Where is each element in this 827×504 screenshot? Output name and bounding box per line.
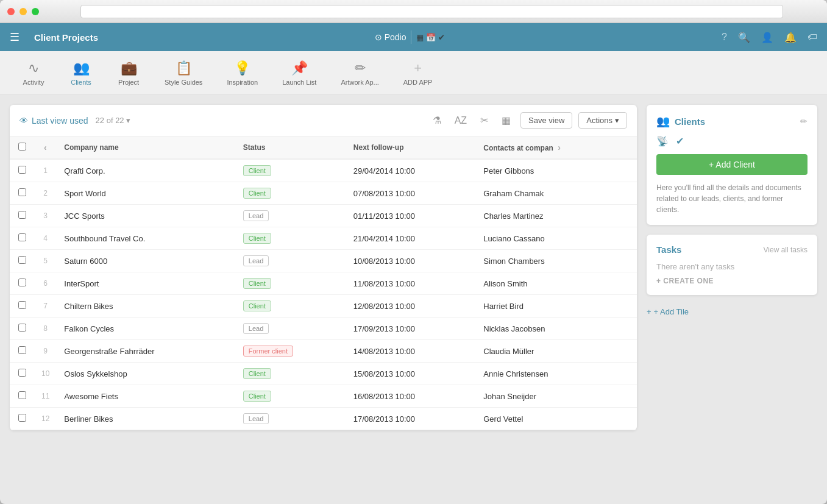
tab-clients-label: Clients [71, 79, 91, 86]
hamburger-menu[interactable]: ☰ [10, 30, 20, 44]
tab-launchlist[interactable]: 📌 Launch List [272, 55, 326, 91]
table-row[interactable]: 8 Falkon Cycles Lead 17/09/2013 10:00 Ni… [10, 318, 637, 340]
widget-check-icon[interactable]: ✔ [676, 135, 684, 147]
status-cell: Lead [236, 408, 346, 430]
view-all-tasks-link[interactable]: View all tasks [764, 246, 807, 254]
podio-logo-text: Podio [385, 32, 406, 42]
row-number: 11 [34, 385, 57, 408]
contact-name: Charles Martinez [476, 205, 637, 227]
row-checkbox[interactable] [10, 250, 34, 272]
main-content: 👁 Last view used 22 of 22 ▾ ⚗ AZ ✂ ▦ Sav… [0, 95, 827, 440]
row-checkbox[interactable] [10, 182, 34, 205]
nav-help-icon[interactable]: ? [722, 32, 727, 43]
sort-icon[interactable]: AZ [451, 113, 470, 129]
minimize-button[interactable] [20, 8, 27, 15]
table-row[interactable]: 1 Qrafti Corp. Client 29/04/2014 10:00 P… [10, 159, 637, 182]
widget-rss-icon[interactable]: 📡 [656, 135, 669, 147]
row-number: 1 [34, 159, 57, 182]
row-checkbox[interactable] [10, 408, 34, 430]
status-cell: Lead [236, 250, 346, 272]
followup-date: 17/09/2013 10:00 [346, 318, 476, 340]
close-button[interactable] [7, 8, 15, 15]
status-badge: Lead [243, 323, 269, 334]
row-checkbox[interactable] [10, 159, 34, 182]
row-checkbox[interactable] [10, 272, 34, 295]
podio-logo[interactable]: ⊙ Podio [375, 32, 406, 42]
status-badge: Client [243, 391, 271, 402]
nav-apps-icon[interactable]: ▦ [416, 33, 424, 42]
table-row[interactable]: 3 JCC Sports Lead 01/11/2013 10:00 Charl… [10, 205, 637, 227]
row-checkbox[interactable] [10, 340, 34, 363]
status-badge: Client [243, 300, 271, 311]
table-row[interactable]: 5 Saturn 6000 Lead 10/08/2013 10:00 Simo… [10, 250, 637, 272]
filter-icon[interactable]: ⚗ [429, 112, 445, 129]
grid-icon[interactable]: ▦ [498, 112, 514, 129]
table-row[interactable]: 7 Chiltern Bikes Client 12/08/2013 10:00… [10, 295, 637, 318]
tab-addapp[interactable]: + ADD APP [394, 55, 442, 91]
row-checkbox[interactable] [10, 318, 34, 340]
row-checkbox[interactable] [10, 295, 34, 318]
view-label[interactable]: 👁 Last view used [20, 116, 88, 126]
col-arrow-prev[interactable]: ‹ [34, 137, 57, 159]
company-name: Georgenstraße Fahrräder [57, 340, 235, 363]
table-row[interactable]: 2 Sport World Client 07/08/2013 10:00 Gr… [10, 182, 637, 205]
followup-date: 15/08/2013 10:00 [346, 363, 476, 385]
nav-apps2-icon[interactable]: 🏷 [807, 32, 817, 43]
table-row[interactable]: 10 Oslos Sykkelshop Client 15/08/2013 10… [10, 363, 637, 385]
row-checkbox[interactable] [10, 363, 34, 385]
row-checkbox[interactable] [10, 227, 34, 250]
table-row[interactable]: 11 Awesome Fiets Client 16/08/2013 10:00… [10, 385, 637, 408]
status-badge: Lead [243, 413, 269, 424]
widget-edit-icon[interactable]: ✏ [800, 116, 807, 126]
add-client-button[interactable]: + Add Client [656, 154, 807, 175]
contact-name: Harriet Bird [476, 295, 637, 318]
top-nav: ☰ Client Projects ⊙ Podio ▦ 📅 ✔ ? 🔍 👤 🔔 … [0, 23, 827, 51]
create-task-button[interactable]: + CREATE ONE [656, 277, 714, 285]
col-contacts: Contacts at compan › [476, 137, 637, 159]
row-checkbox[interactable] [10, 385, 34, 408]
table-row[interactable]: 12 Berliner Bikes Lead 17/08/2013 10:00 … [10, 408, 637, 430]
table-row[interactable]: 9 Georgenstraße Fahrräder Former client … [10, 340, 637, 363]
add-tile-button[interactable]: + + Add Tile [647, 305, 817, 319]
nav-profile-icon[interactable]: 👤 [761, 32, 773, 43]
row-number: 3 [34, 205, 57, 227]
table-row[interactable]: 4 Southbound Travel Co. Client 21/04/201… [10, 227, 637, 250]
tab-project[interactable]: 💼 Project [107, 55, 150, 91]
tab-clients[interactable]: 👥 Clients [60, 55, 102, 91]
row-number: 4 [34, 227, 57, 250]
nav-tasks-icon[interactable]: ✔ [438, 33, 445, 42]
tab-activity-label: Activity [23, 79, 44, 86]
save-view-button[interactable]: Save view [520, 112, 572, 129]
launchlist-icon: 📌 [291, 60, 308, 76]
nav-notifications-icon[interactable]: 🔔 [784, 32, 797, 43]
addapp-icon: + [414, 60, 422, 76]
col-company[interactable]: Company name [57, 137, 235, 159]
maximize-button[interactable] [32, 8, 39, 15]
wrench-icon[interactable]: ✂ [477, 112, 492, 129]
table-row[interactable]: 6 InterSport Client 11/08/2013 10:00 Ali… [10, 272, 637, 295]
select-all-checkbox[interactable] [18, 143, 26, 151]
row-checkbox[interactable] [10, 205, 34, 227]
nav-calendar-icon[interactable]: 📅 [426, 33, 436, 42]
tab-styleguides[interactable]: 📋 Style Guides [155, 55, 212, 91]
tasks-title: Tasks [656, 244, 681, 255]
actions-button[interactable]: Actions ▾ [578, 112, 627, 129]
url-bar[interactable] [80, 5, 783, 18]
tab-artworkap[interactable]: ✏ Artwork Ap... [331, 55, 388, 91]
company-name: Saturn 6000 [57, 250, 235, 272]
checkbox-header[interactable] [10, 137, 34, 159]
col-arrow-next[interactable]: › [555, 143, 563, 152]
tab-inspiration[interactable]: 💡 Inspiration [217, 55, 268, 91]
col-status[interactable]: Status [236, 137, 346, 159]
widget-description: Here you'll find all the details and doc… [656, 182, 807, 215]
col-followup[interactable]: Next follow-up [346, 137, 476, 159]
contact-name: Luciano Cassano [476, 227, 637, 250]
company-name: Qrafti Corp. [57, 159, 235, 182]
status-badge: Client [243, 278, 271, 289]
tab-activity[interactable]: ∿ Activity [12, 55, 55, 91]
nav-search-icon[interactable]: 🔍 [738, 32, 750, 43]
widget-icons-row: 📡 ✔ [656, 135, 807, 147]
view-label-text: Last view used [32, 116, 88, 126]
company-name: Falkon Cycles [57, 318, 235, 340]
company-name: JCC Sports [57, 205, 235, 227]
